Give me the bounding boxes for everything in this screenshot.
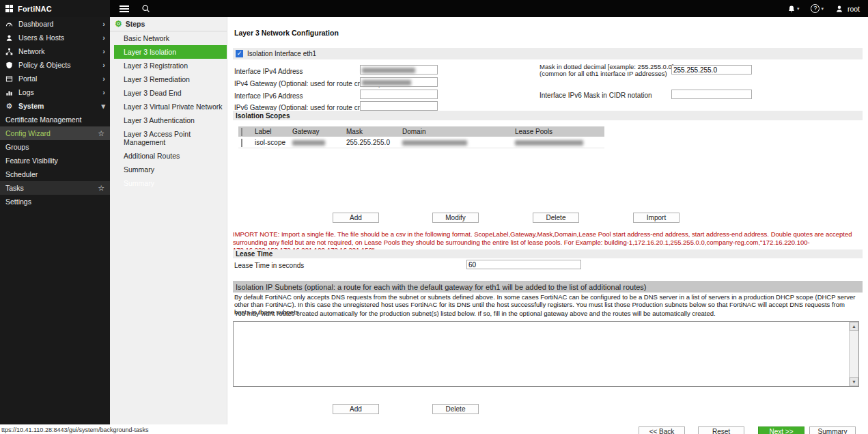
portal-icon	[5, 75, 14, 83]
fortinac-logo-icon	[5, 5, 13, 12]
sidebar-item-label: Settings	[5, 198, 31, 206]
notifications-button[interactable]: ▾	[787, 5, 800, 13]
step-summary[interactable]: Summary	[114, 163, 227, 176]
help-icon: ?	[811, 4, 820, 13]
lease-time-label: Lease Time in seconds	[234, 262, 304, 269]
sidebar-item-groups[interactable]: Groups	[0, 140, 110, 154]
scopes-import-button[interactable]: Import	[633, 213, 680, 223]
ipv6-address-input[interactable]	[360, 90, 438, 99]
sidebar-item-label: Scheduler	[5, 170, 38, 178]
scopes-delete-button[interactable]: Delete	[533, 213, 579, 223]
sidebar-item-label: Portal	[18, 74, 37, 83]
step-additional-routes[interactable]: Additional Routes	[114, 149, 227, 163]
step-layer3-remediation[interactable]: Layer 3 Remediation	[114, 72, 227, 86]
sidebar-item-certificate-management[interactable]: Certificate Management	[0, 113, 110, 126]
select-all-checkbox[interactable]	[241, 128, 242, 136]
chevron-right-icon: ›	[102, 34, 105, 42]
ipv6-mask-input[interactable]	[671, 90, 752, 99]
scroll-down-icon[interactable]: ▼	[850, 377, 858, 386]
ipv4-address-input[interactable]	[360, 65, 438, 74]
sidebar-item-logs[interactable]: Logs ›	[0, 85, 110, 99]
step-layer3-authentication[interactable]: Layer 3 Authentication	[114, 113, 227, 127]
subnets-delete-button[interactable]: Delete	[432, 404, 479, 414]
policy-shield-icon	[5, 62, 14, 69]
user-menu[interactable]: root	[835, 5, 860, 13]
ipv6-gateway-input[interactable]	[360, 101, 438, 111]
status-bar-link: ttps://10.41.110.28:8443/gui/system/back…	[0, 426, 152, 434]
scroll-up-icon[interactable]: ▲	[850, 322, 858, 331]
step-summary-ghost: Summary	[114, 176, 227, 190]
system-gear-icon: ⚙	[5, 103, 14, 110]
help-button[interactable]: ? ▾	[811, 4, 824, 13]
cell-lease-pools	[515, 139, 604, 146]
redacted-value	[402, 140, 467, 146]
hamburger-menu-icon[interactable]	[120, 5, 129, 7]
step-layer3-access-point-management[interactable]: Layer 3 Access Point Management	[114, 127, 227, 149]
topbar-right: ▾ ? ▾ root	[778, 4, 868, 13]
search-icon[interactable]	[141, 4, 150, 13]
table-header: Label Gateway Mask Domain Lease Pools	[238, 126, 604, 137]
lease-time-bar: Lease Time	[233, 249, 863, 258]
sidebar-item-feature-visibility[interactable]: Feature Visibility	[0, 154, 110, 167]
back-button[interactable]: << Back	[639, 426, 685, 434]
step-layer3-vpn[interactable]: Layer 3 Virtual Private Network	[114, 100, 227, 113]
redacted-value	[362, 68, 415, 73]
steps-gear-icon: ⚙	[115, 20, 122, 28]
redacted-value	[515, 140, 583, 146]
step-layer3-dead-end[interactable]: Layer 3 Dead End	[114, 86, 227, 100]
users-hosts-icon	[5, 34, 14, 42]
sidebar-item-label: Tasks	[5, 184, 24, 192]
isolation-scopes-table: Label Gateway Mask Domain Lease Pools is…	[238, 126, 604, 148]
sidebar-item-portal[interactable]: Portal ›	[0, 72, 110, 85]
step-basic-network[interactable]: Basic Network	[114, 31, 227, 45]
scopes-modify-button[interactable]: Modify	[432, 213, 479, 223]
page-title: Layer 3 Network Configuration	[234, 29, 339, 37]
subnets-scrollbar[interactable]: ▲ ▼	[849, 322, 858, 386]
column-header-lease-pools: Lease Pools	[515, 128, 604, 135]
sidebar-item-label: Users & Hosts	[18, 33, 64, 42]
redacted-value	[362, 80, 411, 85]
sidebar-item-config-wizard[interactable]: Config Wizard ☆	[0, 126, 110, 140]
sidebar: Dashboard › Users & Hosts › Network › Po…	[0, 17, 110, 424]
subnets-textarea[interactable]	[234, 322, 850, 386]
brand-name: FortiNAC	[18, 5, 52, 13]
redacted-value	[292, 140, 325, 146]
chevron-right-icon: ›	[102, 75, 105, 83]
sidebar-item-dashboard[interactable]: Dashboard ›	[0, 17, 110, 31]
sidebar-item-label: Dashboard	[18, 20, 53, 28]
network-icon	[5, 48, 14, 55]
column-header-domain: Domain	[402, 128, 515, 135]
scopes-add-button[interactable]: Add	[333, 213, 379, 223]
sidebar-item-label: Groups	[5, 143, 29, 151]
chevron-right-icon: ›	[102, 21, 105, 28]
sidebar-item-system[interactable]: ⚙ System ▾	[0, 99, 110, 113]
lease-time-input[interactable]	[466, 260, 581, 269]
isolation-scopes-bar: Isolation Scopes	[233, 111, 863, 120]
step-layer3-registration[interactable]: Layer 3 Registration	[114, 59, 227, 72]
sidebar-item-tasks[interactable]: Tasks ☆	[0, 181, 110, 195]
summary-button[interactable]: Summary	[809, 426, 856, 434]
logs-chart-icon	[5, 89, 14, 96]
table-row[interactable]: isol-scope 255.255.255.0	[238, 137, 604, 148]
sidebar-item-scheduler[interactable]: Scheduler	[0, 167, 110, 181]
sidebar-item-policy-objects[interactable]: Policy & Objects ›	[0, 58, 110, 72]
sidebar-item-users-hosts[interactable]: Users & Hosts ›	[0, 31, 110, 44]
ipv4-gateway-input[interactable]	[360, 77, 438, 87]
sidebar-item-settings[interactable]: Settings	[0, 195, 110, 208]
fortinac-brand: FortiNAC	[0, 0, 110, 17]
favorite-star-icon[interactable]: ☆	[98, 184, 104, 193]
chevron-right-icon: ›	[102, 48, 105, 55]
step-layer3-isolation[interactable]: Layer 3 Isolation	[114, 45, 227, 59]
favorite-star-icon[interactable]: ☆	[98, 129, 104, 138]
isolation-interface-bar: ✓ Isolation Interface eth1	[233, 48, 863, 59]
sidebar-item-network[interactable]: Network ›	[0, 44, 110, 58]
lease-time-header: Lease Time	[236, 250, 272, 258]
user-icon	[835, 5, 843, 13]
mask-input[interactable]	[671, 65, 752, 74]
row-select-checkbox[interactable]	[241, 139, 242, 147]
cell-label: isol-scope	[255, 139, 292, 146]
reset-button[interactable]: Reset	[698, 426, 744, 434]
next-button[interactable]: Next >>	[758, 426, 804, 434]
isolation-interface-checkbox[interactable]: ✓	[236, 50, 243, 57]
subnets-add-button[interactable]: Add	[333, 404, 379, 414]
